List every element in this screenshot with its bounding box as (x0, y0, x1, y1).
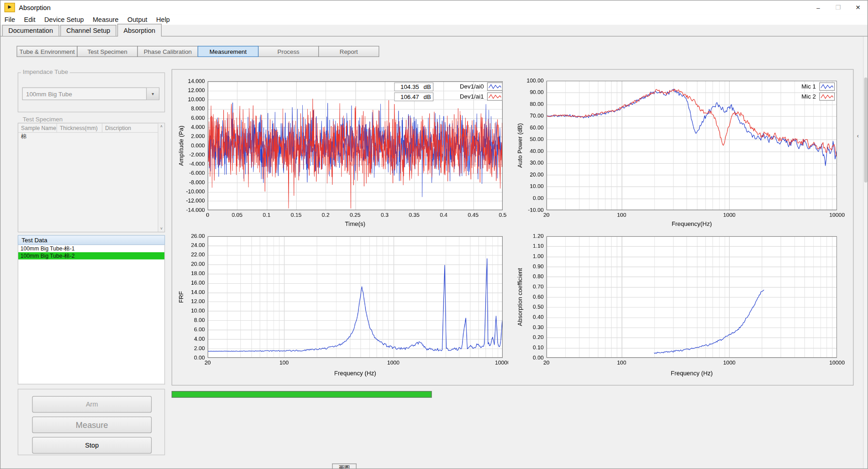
collapse-pane-icon[interactable]: ‹ (857, 133, 859, 139)
scroll-down-icon[interactable]: ˅ (160, 226, 163, 232)
legend-label: Mic 2 (801, 93, 816, 100)
menu-item-file[interactable]: File (0, 16, 20, 24)
level-value-ai1: 106.47 (397, 94, 419, 100)
test-data-list: 100mm Big Tube-棉-1 100mm Big Tube-棉-2 (18, 245, 165, 385)
list-item-selected[interactable]: 100mm Big Tube-棉-2 (18, 252, 164, 260)
subtab-process[interactable]: Process (258, 46, 319, 57)
close-button[interactable]: ✕ (848, 0, 868, 15)
legend-item[interactable]: Dev1/ai1 (457, 91, 502, 101)
level-unit-ai1: dB (423, 94, 431, 100)
impedance-tube-label: Impendace Tube (21, 68, 70, 75)
menu-item-device-setup[interactable]: Device Setup (40, 16, 88, 24)
dropdown-arrow-icon[interactable]: ▼ (146, 88, 159, 99)
stop-button[interactable]: Stop (32, 437, 152, 453)
title-bar: ▶ Absorption – ❐ ✕ (0, 0, 868, 15)
column-thickness[interactable]: Thickness(mm) (57, 123, 102, 132)
test-data-header: Test Data (18, 235, 165, 245)
sub-tab-bar: Tube & Environment Test Specimen Phase C… (16, 46, 379, 57)
legend-item[interactable]: Mic 2 (793, 91, 835, 101)
scrollbar-thumb[interactable] (864, 78, 868, 182)
legend-label: Dev1/ai0 (460, 83, 484, 90)
menu-item-help[interactable]: Help (152, 16, 174, 24)
frf-graph (176, 231, 508, 380)
legend-item[interactable]: Dev1/ai0 (457, 81, 502, 91)
table-scrollbar[interactable]: ˄ ˅ (158, 123, 165, 232)
menu-item-output[interactable]: Output (123, 16, 152, 24)
bottom-plot-tab[interactable]: 画图 (332, 464, 356, 469)
time-waveform-legend: Dev1/ai0 Dev1/ai1 (457, 81, 502, 101)
menu-item-measure[interactable]: Measure (88, 16, 123, 24)
subtab-test-specimen[interactable]: Test Specimen (77, 46, 138, 57)
level-unit-ai0: dB (423, 83, 431, 90)
window-controls: – ❐ ✕ (808, 0, 868, 15)
impedance-tube-dropdown[interactable]: 100mm Big Tube ▼ (22, 88, 159, 100)
waveform-glyph (488, 83, 501, 89)
subtab-phase-calibration[interactable]: Phase Calibration (137, 46, 198, 57)
minimize-button[interactable]: – (808, 0, 828, 15)
cell-sample-name: 棉 (18, 133, 60, 141)
maximize-button[interactable]: ❐ (828, 0, 848, 15)
test-specimen-table: Sample Name Thickness(mm) Discription 棉 … (18, 123, 165, 232)
level-indicator-ai1: 106.47 dB (394, 92, 434, 101)
test-specimen-header: Sample Name Thickness(mm) Discription (18, 123, 164, 133)
menu-item-edit[interactable]: Edit (20, 16, 40, 24)
tab-channel-setup[interactable]: Channel Setup (60, 25, 116, 36)
legend-waveform-icon (487, 92, 503, 100)
scroll-up-icon[interactable]: ˄ (160, 123, 163, 129)
legend-label: Mic 1 (801, 83, 816, 90)
waveform-glyph (821, 83, 834, 89)
app-icon: ▶ (5, 3, 15, 12)
auto-power-legend: Mic 1 Mic 2 (793, 81, 835, 101)
legend-waveform-icon (819, 82, 835, 90)
waveform-glyph (821, 93, 834, 99)
legend-label: Dev1/ai1 (460, 93, 484, 100)
level-indicator-ai0: 104.35 dB (394, 83, 434, 91)
table-row[interactable]: 棉 (18, 133, 164, 141)
column-sample-name[interactable]: Sample Name (18, 123, 57, 132)
tab-documentation[interactable]: Documentation (2, 25, 59, 36)
measure-button[interactable]: Measure (32, 417, 152, 433)
legend-item[interactable]: Mic 1 (793, 81, 835, 91)
legend-waveform-icon (819, 92, 835, 100)
tab-absorption[interactable]: Absorption (117, 24, 161, 36)
main-tab-bar: Documentation Channel Setup Absorption (0, 25, 868, 36)
legend-waveform-icon (487, 82, 503, 90)
column-discription[interactable]: Discription (102, 123, 164, 132)
application-window: ▶ Absorption – ❐ ✕ File Edit Device Setu… (0, 0, 868, 469)
test-specimen-label: Test Specimen (21, 115, 64, 122)
subtab-report[interactable]: Report (318, 46, 379, 57)
measurement-progress-bar (172, 391, 432, 398)
absorption-coefficient-graph (515, 231, 847, 380)
window-title: Absorption (19, 4, 51, 11)
arm-button[interactable]: Arm (32, 396, 152, 412)
vertical-scrollbar[interactable] (863, 36, 868, 469)
list-item[interactable]: 100mm Big Tube-棉-1 (18, 245, 164, 252)
waveform-glyph (488, 93, 501, 99)
impedance-tube-selected: 100mm Big Tube (23, 88, 146, 99)
subtab-tube-environment[interactable]: Tube & Environment (16, 46, 77, 57)
subtab-measurement[interactable]: Measurement (198, 46, 258, 57)
level-value-ai0: 104.35 (397, 83, 419, 90)
